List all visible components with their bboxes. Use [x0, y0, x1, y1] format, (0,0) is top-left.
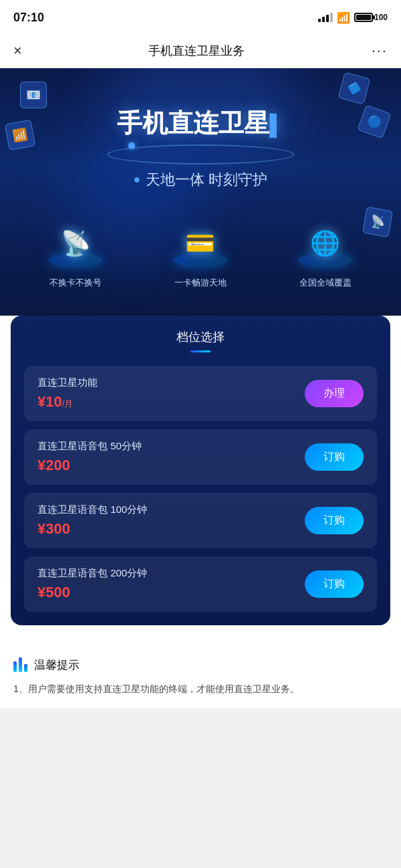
signal-bars-icon	[318, 13, 333, 22]
satellite-dish-icon: 📡	[61, 229, 91, 257]
notice-title: 温馨提示	[34, 657, 80, 673]
plan-info-2: 直连卫星语音包 100分钟 ¥300	[37, 504, 147, 538]
feature-icon-bg-2: 🌐	[299, 217, 352, 270]
plan-item-0: 直连卫星功能 ¥10/月 办理	[24, 366, 377, 421]
feature-label-2: 全国全域覆盖	[299, 277, 352, 289]
plan-info-3: 直连卫星语音包 200分钟 ¥500	[37, 567, 147, 601]
plans-card: 档位选择 直连卫星功能 ¥10/月 办理 直连卫星语音包 50分钟 ¥200 订…	[11, 316, 390, 625]
feature-icon-bg-1: 💳	[174, 217, 227, 270]
feature-item-2: 🌐 全国全域覆盖	[299, 217, 352, 289]
notice-content: 1、用户需要使用支持直连卫星功能的终端，才能使用直连卫星业务。	[13, 681, 388, 697]
more-button[interactable]: ···	[372, 42, 388, 60]
plans-title-underline	[190, 350, 211, 352]
hero-subtitle: ● 天地一体 时刻守护	[13, 170, 388, 190]
subscribe-button-2[interactable]: 订购	[305, 507, 364, 534]
plan-item-1: 直连卫星语音包 50分钟 ¥200 订购	[24, 429, 377, 485]
notice-bars-icon	[13, 657, 27, 672]
wifi-icon: 📶	[337, 11, 350, 24]
feature-row: 📡 不换卡不换号 💳 一卡畅游天地 🌐 全国全域覆盖	[0, 203, 401, 296]
feature-item-0: 📡 不换卡不换号	[49, 217, 102, 289]
subscribe-button-1[interactable]: 订购	[305, 443, 364, 471]
hero-banner: 📧 🔷 📶 🔵 📡 手机直连卫星▌ ● 天地一体 时刻守护 📡 不换卡不换号 💳	[0, 68, 401, 316]
feature-item-1: 💳 一卡畅游天地	[174, 217, 227, 289]
hero-main-title: 手机直连卫星▌	[13, 108, 388, 139]
notice-header: 温馨提示	[13, 657, 388, 673]
subscribe-button-3[interactable]: 订购	[305, 570, 364, 598]
plan-price-1: ¥200	[37, 457, 142, 474]
status-time: 07:10	[13, 11, 44, 25]
page-title: 手机直连卫星业务	[148, 43, 245, 59]
plan-price-2: ¥300	[37, 520, 147, 538]
plan-item-2: 直连卫星语音包 100分钟 ¥300 订购	[24, 493, 377, 548]
notice-section: 温馨提示 1、用户需要使用支持直连卫星功能的终端，才能使用直连卫星业务。	[0, 647, 401, 708]
plan-price-3: ¥500	[37, 584, 147, 601]
plan-name-0: 直连卫星功能	[37, 376, 98, 389]
feature-label-0: 不换卡不换号	[49, 277, 102, 289]
hero-title-area: 手机直连卫星▌ ● 天地一体 时刻守护	[0, 68, 401, 203]
battery-level: 100	[374, 13, 388, 22]
nav-bar: × 手机直连卫星业务 ···	[0, 33, 401, 68]
plan-item-3: 直连卫星语音包 200分钟 ¥500 订购	[24, 556, 377, 612]
plans-section: 档位选择 直连卫星功能 ¥10/月 办理 直连卫星语音包 50分钟 ¥200 订…	[0, 316, 401, 647]
plan-name-2: 直连卫星语音包 100分钟	[37, 504, 147, 516]
sim-card-icon: 💳	[185, 229, 215, 257]
globe-icon: 🌐	[310, 229, 340, 257]
close-button[interactable]: ×	[13, 42, 22, 60]
status-bar: 07:10 📶 100	[0, 0, 401, 33]
battery-icon: 100	[354, 13, 388, 22]
feature-label-1: 一卡畅游天地	[174, 277, 227, 289]
plan-info-1: 直连卫星语音包 50分钟 ¥200	[37, 440, 142, 474]
status-icons: 📶 100	[318, 11, 388, 24]
plan-name-3: 直连卫星语音包 200分钟	[37, 567, 147, 580]
feature-icon-bg-0: 📡	[49, 217, 102, 270]
plan-price-0: ¥10/月	[37, 393, 98, 411]
orbit-decoration	[107, 144, 294, 165]
plan-info-0: 直连卫星功能 ¥10/月	[37, 376, 98, 411]
plan-name-1: 直连卫星语音包 50分钟	[37, 440, 142, 453]
plans-section-title: 档位选择	[24, 329, 377, 345]
plans-header: 档位选择	[24, 329, 377, 352]
handle-button-0[interactable]: 办理	[305, 380, 364, 407]
